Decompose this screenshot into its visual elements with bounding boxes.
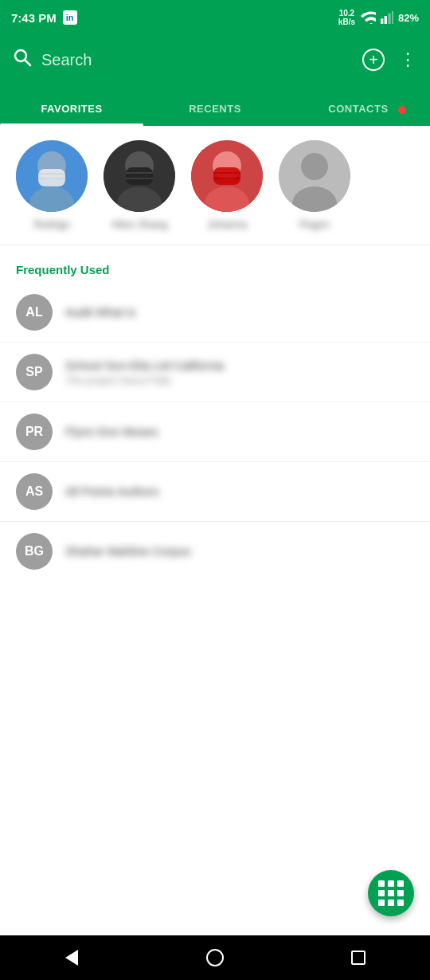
status-right: 10.2 kB/s 82% bbox=[338, 9, 419, 26]
fav-name-1: Rodrigo bbox=[33, 218, 70, 230]
contact-item-as[interactable]: AS All Points Authors bbox=[0, 461, 430, 521]
svg-rect-3 bbox=[388, 14, 390, 24]
svg-rect-11 bbox=[38, 169, 65, 186]
more-options-button[interactable]: ⋮ bbox=[399, 49, 417, 70]
contact-item-al[interactable]: AL Audit What is bbox=[0, 283, 430, 342]
battery-text: 82% bbox=[398, 12, 419, 24]
fav-item-2[interactable]: Alton Zhang bbox=[104, 140, 175, 230]
fav-item-4[interactable]: Pogon bbox=[279, 140, 350, 230]
contact-item-sp[interactable]: SP School Son-Elia Ltd California The pr… bbox=[0, 342, 430, 402]
tab-recents[interactable]: RECENTS bbox=[143, 103, 287, 126]
svg-point-0 bbox=[369, 23, 373, 24]
signal-icon bbox=[381, 11, 393, 24]
recents-button[interactable] bbox=[342, 942, 374, 974]
contact-name-al: Audit What is bbox=[65, 304, 414, 320]
contact-list: AL Audit What is SP School Son-Elia Ltd … bbox=[0, 283, 430, 645]
status-bar: 7:43 PM in 10.2 kB/s 82% bbox=[0, 0, 430, 35]
action-icons: + ⋮ bbox=[362, 49, 417, 71]
svg-rect-2 bbox=[385, 16, 387, 24]
contact-detail-sp: The project Seoul Falls bbox=[65, 374, 414, 386]
bottom-nav bbox=[0, 935, 430, 980]
contact-name-pr: Flynn Don Moses bbox=[65, 424, 414, 440]
back-button[interactable] bbox=[56, 942, 88, 974]
contact-avatar-sp: SP bbox=[16, 354, 53, 390]
fav-avatar-3 bbox=[191, 140, 263, 212]
fav-item-3[interactable]: Johanna bbox=[191, 140, 263, 230]
fav-name-3: Johanna bbox=[207, 218, 247, 230]
svg-rect-1 bbox=[381, 18, 383, 24]
svg-line-6 bbox=[25, 61, 31, 66]
search-icon bbox=[13, 48, 32, 72]
fav-avatar-4 bbox=[279, 140, 350, 212]
linkedin-icon: in bbox=[63, 10, 77, 25]
contact-info-pr: Flynn Don Moses bbox=[65, 424, 414, 440]
contact-info-sp: School Son-Elia Ltd California The proje… bbox=[65, 358, 414, 387]
tab-contacts[interactable]: CONTACTS bbox=[287, 103, 430, 126]
contact-name-bg: Shahar Mahline Corpus bbox=[65, 543, 414, 559]
svg-rect-4 bbox=[392, 11, 393, 24]
tabs: FAVORITES RECENTS CONTACTS bbox=[0, 84, 430, 126]
fav-name-2: Alton Zhang bbox=[111, 218, 167, 230]
home-icon bbox=[206, 949, 224, 966]
section-divider bbox=[0, 245, 430, 245]
fav-name-4: Pogon bbox=[299, 218, 330, 230]
svg-point-29 bbox=[301, 153, 328, 180]
dialpad-fab[interactable] bbox=[368, 870, 414, 916]
wifi-icon bbox=[360, 11, 376, 24]
favorites-grid: Rodrigo Alton Zhang bbox=[0, 126, 430, 238]
home-button[interactable] bbox=[199, 942, 231, 974]
search-input[interactable]: Search bbox=[41, 51, 353, 69]
contact-avatar-pr: PR bbox=[16, 414, 53, 450]
search-bar: Search + ⋮ bbox=[0, 35, 430, 84]
contact-avatar-al: AL bbox=[16, 294, 53, 331]
status-time: 7:43 PM bbox=[11, 11, 57, 25]
contact-info-as: All Points Authors bbox=[65, 484, 414, 500]
contact-info-al: Audit What is bbox=[65, 304, 414, 320]
dialpad-icon bbox=[378, 880, 404, 906]
tab-favorites[interactable]: FAVORITES bbox=[0, 103, 143, 126]
contact-name-sp: School Son-Elia Ltd California bbox=[65, 358, 414, 374]
svg-rect-18 bbox=[126, 167, 153, 185]
contact-item-bg[interactable]: BG Shahar Mahline Corpus bbox=[0, 521, 430, 581]
contact-name-as: All Points Authors bbox=[65, 484, 414, 500]
fav-item-1[interactable]: Rodrigo bbox=[16, 140, 88, 230]
section-title: Frequently Used bbox=[0, 252, 430, 283]
data-speed: 10.2 kB/s bbox=[338, 9, 355, 26]
status-left: 7:43 PM in bbox=[11, 10, 77, 25]
fav-avatar-1 bbox=[16, 140, 88, 212]
recents-icon bbox=[351, 951, 366, 965]
content: Rodrigo Alton Zhang bbox=[0, 126, 430, 645]
contact-info-bg: Shahar Mahline Corpus bbox=[65, 543, 414, 559]
contact-item-pr[interactable]: PR Flynn Don Moses bbox=[0, 402, 430, 461]
contact-avatar-as: AS bbox=[16, 473, 53, 510]
svg-rect-25 bbox=[213, 167, 240, 185]
fav-avatar-2 bbox=[104, 140, 175, 212]
contacts-badge bbox=[398, 106, 406, 114]
add-contact-button[interactable]: + bbox=[362, 49, 385, 71]
contact-avatar-bg: BG bbox=[16, 533, 53, 570]
